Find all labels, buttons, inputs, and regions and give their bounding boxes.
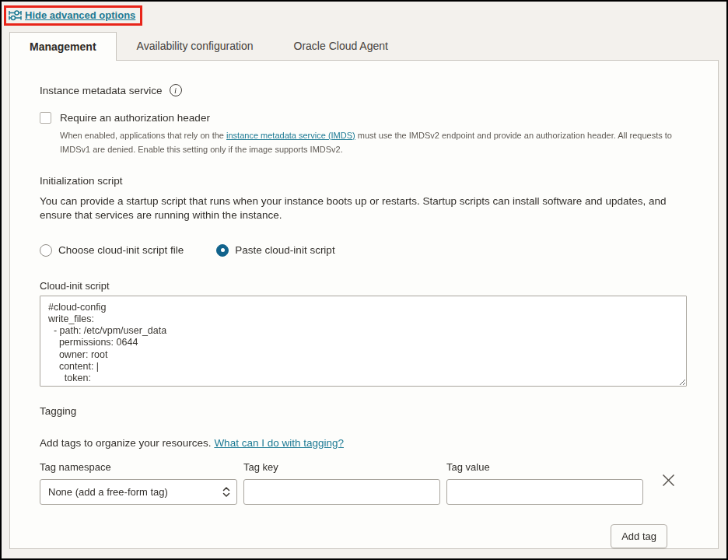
tagging-description-text: Add tags to organize your resources. bbox=[40, 437, 214, 449]
tab-bar: Management Availability configuration Or… bbox=[9, 31, 719, 60]
add-tag-row: Add tag bbox=[40, 524, 682, 548]
require-auth-header-row[interactable]: Require an authorization header bbox=[40, 112, 682, 124]
hide-advanced-options-link[interactable]: Hide advanced options bbox=[25, 9, 135, 21]
instance-metadata-service-heading: Instance metadata service bbox=[40, 85, 163, 96]
tag-entry-row: Tag namespace None (add a free-form tag)… bbox=[40, 461, 682, 505]
cloud-init-script-label: Cloud-init script bbox=[40, 280, 682, 292]
radio-choose-cloud-init-file-control[interactable] bbox=[40, 244, 52, 257]
tagging-heading: Tagging bbox=[40, 405, 682, 417]
require-auth-header-checkbox[interactable] bbox=[40, 112, 51, 124]
tab-management[interactable]: Management bbox=[9, 32, 117, 61]
initialization-script-description: You can provide a startup script that ru… bbox=[40, 194, 682, 222]
tag-key-field: Tag key bbox=[243, 461, 440, 505]
management-panel: Instance metadata service i Require an a… bbox=[9, 60, 719, 549]
tagging-help-link[interactable]: What can I do with tagging? bbox=[214, 437, 344, 449]
cloud-init-script-textarea[interactable]: #cloud-config write_files: - path: /etc/… bbox=[40, 296, 687, 387]
tag-value-field: Tag value bbox=[446, 461, 643, 505]
radio-choose-cloud-init-file-label: Choose cloud-init script file bbox=[58, 244, 184, 256]
tag-value-label: Tag value bbox=[446, 461, 643, 473]
cloud-init-radio-group: Choose cloud-init script file Paste clou… bbox=[40, 244, 682, 257]
instance-metadata-service-section: Instance metadata service i bbox=[40, 84, 682, 96]
info-icon[interactable]: i bbox=[170, 84, 182, 96]
sliders-icon bbox=[9, 9, 22, 22]
radio-choose-cloud-init-file[interactable]: Choose cloud-init script file bbox=[40, 244, 184, 257]
remove-tag-icon[interactable] bbox=[661, 473, 676, 488]
add-tag-button[interactable]: Add tag bbox=[611, 524, 667, 548]
screenshot-frame: Hide advanced options Management Availab… bbox=[0, 0, 728, 560]
tag-namespace-label: Tag namespace bbox=[40, 461, 237, 473]
tab-oracle-cloud-agent[interactable]: Oracle Cloud Agent bbox=[274, 31, 408, 60]
radio-paste-cloud-init-script[interactable]: Paste cloud-init script bbox=[216, 244, 334, 257]
tag-namespace-field: Tag namespace None (add a free-form tag) bbox=[40, 461, 237, 505]
tag-key-label: Tag key bbox=[243, 461, 440, 473]
tag-value-input[interactable] bbox=[446, 479, 643, 505]
initialization-script-heading: Initialization script bbox=[40, 175, 682, 187]
imds-help-text: When enabled, applications that rely on … bbox=[60, 129, 682, 156]
hide-advanced-options-toggle[interactable]: Hide advanced options bbox=[4, 5, 142, 26]
tagging-description: Add tags to organize your resources. Wha… bbox=[40, 437, 682, 449]
tag-namespace-select[interactable]: None (add a free-form tag) bbox=[40, 479, 237, 505]
tab-availability-configuration[interactable]: Availability configuration bbox=[117, 31, 274, 60]
radio-paste-cloud-init-script-label: Paste cloud-init script bbox=[235, 244, 334, 256]
help-text-part1: When enabled, applications that rely on … bbox=[60, 131, 226, 140]
require-auth-header-label: Require an authorization header bbox=[60, 112, 210, 124]
tag-key-input[interactable] bbox=[243, 479, 440, 505]
imds-link[interactable]: instance metadata service (IMDS) bbox=[226, 131, 355, 140]
radio-paste-cloud-init-script-control[interactable] bbox=[216, 244, 229, 257]
